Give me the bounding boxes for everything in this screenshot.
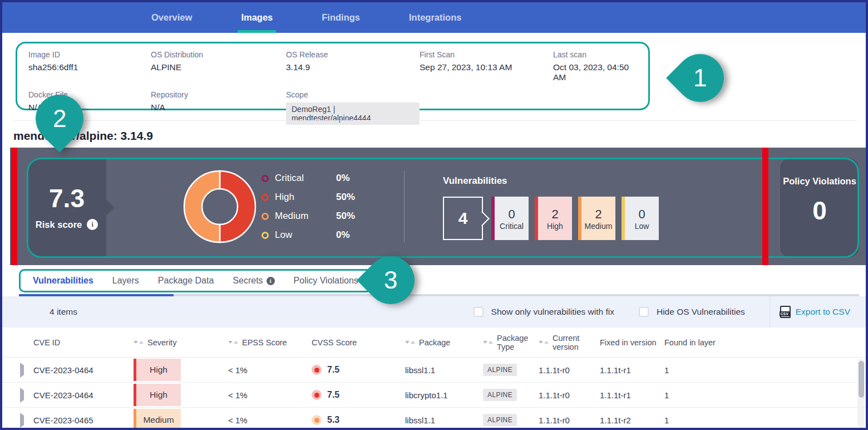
expand-row-icon[interactable]: [20, 413, 24, 428]
package-cell: libcrypto1.1: [405, 390, 483, 400]
table-row[interactable]: CVE-2023-0464 High < 1% 7.5 libcrypto1.1…: [2, 383, 866, 408]
meta-value: 3.14.9: [286, 62, 420, 72]
found-in-layer-cell: 1: [664, 365, 866, 375]
found-in-layer-cell: 1: [664, 390, 866, 400]
meta-value: N/A: [151, 102, 286, 113]
expand-row-icon[interactable]: [20, 363, 24, 378]
hide-os-checkbox[interactable]: [639, 307, 649, 317]
cve-id-cell[interactable]: CVE-2023-0464: [33, 390, 134, 400]
package-type-chip: ALPINE: [483, 414, 517, 426]
column-epss-score[interactable]: EPSS Score: [228, 338, 312, 347]
export-to-csv-button[interactable]: CSV Export to CSV: [780, 306, 850, 318]
column-cve-id[interactable]: CVE ID: [33, 338, 134, 347]
column-cvss-score[interactable]: CVSS Score: [312, 338, 405, 347]
nav-tab-findings[interactable]: Findings: [322, 2, 360, 33]
info-icon[interactable]: [87, 219, 98, 230]
column-found-in-layer[interactable]: Found in layer: [664, 338, 866, 347]
scrollbar-thumb[interactable]: [859, 361, 864, 398]
table-row[interactable]: CVE-2023-0464 High < 1% 7.5 libssl1.1 AL…: [2, 358, 866, 383]
column-package[interactable]: Package: [405, 338, 483, 347]
package-cell: libssl1.1: [405, 416, 483, 425]
package-type-chip: ALPINE: [483, 389, 517, 401]
scope-chip[interactable]: DemoReg1 | mendtester/alpine4444: [286, 102, 420, 125]
banner-divider: [404, 171, 405, 242]
vulnerabilities-heading: Vulnerabilities: [443, 175, 507, 187]
high-label: High: [547, 222, 563, 231]
current-version-cell: 1.1.1t-r0: [539, 416, 600, 425]
table-scrollbar[interactable]: [857, 359, 865, 428]
filter-show-fix[interactable]: Show only vulnerabilities with fix: [474, 307, 614, 317]
sort-icon[interactable]: [134, 341, 144, 344]
meta-value: sha256:6dff1: [28, 62, 151, 72]
tab-secrets[interactable]: Secrets: [233, 276, 274, 286]
cvss-cell: 7.5: [312, 390, 405, 400]
tab-secrets-label: Secrets: [233, 276, 263, 286]
severity-badge: High: [134, 384, 181, 406]
cvss-cell: 7.5: [312, 365, 405, 375]
column-fixed-in-version[interactable]: Fixed in version: [600, 338, 664, 347]
image-metadata-panel: Image ID sha256:6dff1 OS Distribution AL…: [16, 42, 650, 110]
severity-badge: High: [134, 359, 181, 381]
page-title: mendtester/alpine: 3.14.9: [13, 129, 153, 143]
nav-tab-overview[interactable]: Overview: [151, 2, 192, 33]
high-count-card: 2 High: [535, 197, 572, 240]
legend-label: Low: [275, 229, 336, 241]
table-header: CVE ID Severity EPSS Score CVSS Score Pa…: [2, 328, 866, 358]
cvss-severity-dot-icon: [312, 365, 322, 375]
nav-tab-integrations[interactable]: Integrations: [409, 2, 461, 33]
cvss-severity-dot-icon: [312, 390, 322, 400]
low-count: 0: [638, 207, 645, 221]
nav-tab-images[interactable]: Images: [241, 2, 273, 33]
show-fix-checkbox[interactable]: [474, 307, 484, 317]
severity-donut-chart: [183, 169, 257, 246]
tab-vulnerabilities[interactable]: Vulnerabilities: [33, 276, 93, 286]
meta-label: Scope: [286, 90, 420, 99]
risk-score-label: Risk score: [36, 219, 82, 230]
current-version-cell: 1.1.1t-r0: [539, 365, 600, 375]
info-icon[interactable]: [267, 277, 275, 285]
column-current-version[interactable]: Current version: [539, 334, 600, 351]
sort-icon[interactable]: [228, 341, 238, 344]
filter-hide-os[interactable]: Hide OS Vulnerabilities: [639, 307, 745, 317]
column-severity[interactable]: Severity: [134, 338, 228, 347]
epss-cell: < 1%: [228, 416, 312, 425]
medium-label: Medium: [585, 222, 613, 231]
sort-icon[interactable]: [539, 341, 549, 344]
vulnerabilities-counts: 4 0 Critical 2 High 2 Medium 0 Low: [443, 197, 659, 240]
fixed-in-version-cell: 1.1.1t-r2: [600, 416, 664, 425]
policy-violations-count: 0: [812, 196, 827, 226]
critical-count: 0: [508, 207, 515, 221]
callout-number: 3: [384, 266, 397, 294]
legend-item-medium: Medium 50%: [262, 207, 355, 226]
cve-id-cell[interactable]: CVE-2023-0465: [33, 416, 134, 425]
legend-percent: 50%: [336, 192, 355, 203]
column-package-type[interactable]: Package Type: [483, 334, 539, 351]
package-type-chip: ALPINE: [483, 364, 517, 376]
tab-package-data[interactable]: Package Data: [158, 276, 214, 286]
found-in-layer-cell: 1: [664, 416, 866, 425]
critical-count-card: 0 Critical: [491, 197, 529, 240]
legend-item-critical: Critical 0%: [262, 169, 355, 188]
tab-layers[interactable]: Layers: [112, 276, 139, 286]
cvss-severity-dot-icon: [312, 415, 322, 425]
critical-dot-icon: [262, 175, 269, 182]
legend-percent: 50%: [336, 211, 355, 222]
export-label: Export to CSV: [796, 307, 850, 317]
tab-policy-violations[interactable]: Policy Violations: [294, 276, 358, 286]
sort-icon[interactable]: [405, 341, 415, 344]
filter-label: Show only vulnerabilities with fix: [491, 307, 614, 317]
sort-icon[interactable]: [483, 341, 493, 344]
cve-id-cell[interactable]: CVE-2023-0464: [33, 365, 134, 375]
items-count: 4 items: [50, 307, 77, 317]
callout-1: 1: [666, 44, 734, 112]
meta-value: Oct 03, 2023, 04:50 AM: [553, 62, 637, 82]
expand-row-icon[interactable]: [20, 388, 24, 403]
toolbar-divider: [770, 296, 770, 328]
risk-score-box: 7.3 Risk score: [27, 158, 106, 257]
risk-banner: 7.3 Risk score Critical 0% High 50%: [10, 148, 866, 265]
table-row[interactable]: CVE-2023-0465 Medium < 1% 5.3 libssl1.1 …: [2, 408, 866, 430]
fixed-in-version-cell: 1.1.1t-r1: [600, 365, 664, 375]
donut-legend: Critical 0% High 50% Medium 50% Low 0%: [262, 169, 355, 245]
meta-label: Image ID: [28, 50, 151, 59]
fixed-in-version-cell: 1.1.1t-r1: [600, 390, 664, 400]
